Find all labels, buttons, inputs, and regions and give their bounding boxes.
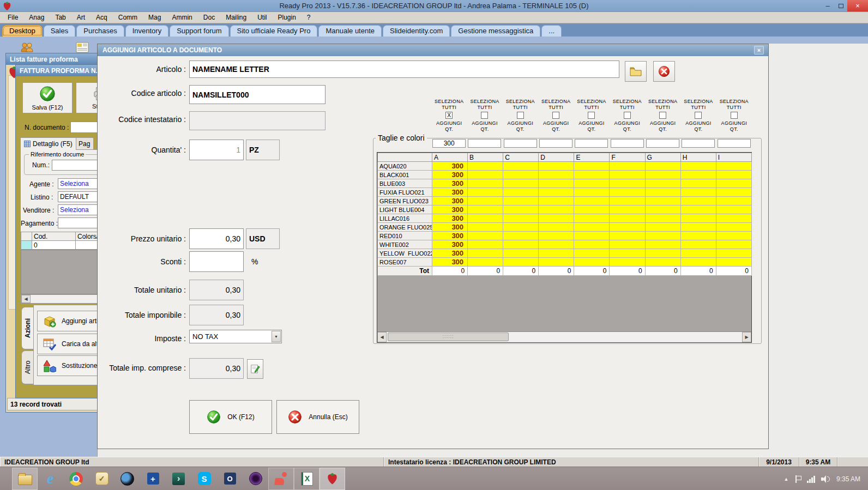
tab-azioni[interactable]: Azioni [21,307,34,349]
network-signal-icon[interactable] [807,475,815,483]
maximize-button[interactable] [834,1,847,11]
grid-cell[interactable]: 300 [432,197,468,205]
grid-cell[interactable] [680,171,716,179]
tab-sito-ufficiale-ready-pro[interactable]: Sito ufficiale Ready Pro [230,25,318,37]
grid-cell[interactable] [716,232,751,240]
grid-cell[interactable] [539,240,574,249]
grid-cell[interactable] [539,258,574,267]
aggiungi-qt-input[interactable] [468,139,501,148]
taglie-hscrollbar[interactable]: ◀ ▶ [377,331,751,342]
grid-cell[interactable] [716,171,751,179]
grid-cell[interactable] [468,232,503,240]
aggiungi-qt-input[interactable] [718,139,751,148]
grid-cell[interactable] [539,188,574,197]
grid-cell[interactable] [503,223,539,232]
combo-dropdown-arrow-icon[interactable]: ▼ [272,331,281,342]
grid-cell[interactable] [574,240,610,249]
grid-cell[interactable] [716,205,751,214]
menu-item-anag[interactable]: Anag [23,13,50,22]
aggiungi-qt-input[interactable]: 300 [432,139,466,148]
internet-explorer-icon[interactable]: e [38,468,63,490]
seleziona-tutti-checkbox[interactable] [552,112,559,119]
desktop-document-icon[interactable] [75,42,89,53]
grid-cell[interactable] [645,188,680,197]
grid-cell[interactable]: 300 [432,171,468,179]
grid-cell[interactable] [539,232,574,240]
aggiungi-qt-input[interactable] [575,139,608,148]
grid-cell[interactable] [574,223,610,232]
grid-cell[interactable] [610,249,645,258]
grid-cell[interactable]: 300 [432,249,468,258]
aggiungi-qt-input[interactable] [682,139,715,148]
red-person-app-icon[interactable] [268,468,294,490]
grid-cell[interactable] [503,249,539,258]
chrome-icon[interactable] [63,468,89,490]
grid-cell[interactable] [468,249,503,258]
grid-cell[interactable] [680,188,716,197]
ring-app-icon[interactable]: O [217,468,243,490]
grid-cell[interactable]: 300 [432,162,468,171]
minimize-button[interactable]: – [821,1,834,11]
grid-cell[interactable] [645,197,680,205]
grid-cell[interactable] [680,179,716,188]
grid-cell[interactable]: 300 [432,223,468,232]
sconti-field[interactable] [189,251,244,272]
grid-cell[interactable] [680,258,716,267]
seleziona-tutti-checkbox[interactable]: X [445,112,453,119]
menu-item-mag[interactable]: Mag [143,13,166,22]
grid-cell[interactable] [503,214,539,223]
grid-cell[interactable] [468,162,503,171]
arrow-app-icon[interactable]: › [166,468,191,490]
grid-cell[interactable] [716,197,751,205]
row-cod-cell[interactable]: 0 [32,241,76,250]
grid-cell[interactable] [716,240,751,249]
grid-cell[interactable] [503,162,539,171]
grid-cell[interactable] [716,223,751,232]
scroll-left-arrow-icon[interactable]: ◀ [21,295,31,303]
grid-cell[interactable] [645,249,680,258]
grid-cell[interactable] [574,197,610,205]
grid-cell[interactable] [468,205,503,214]
grid-cell[interactable] [610,205,645,214]
venditore-value[interactable]: Seleziona [60,206,89,214]
tray-clock[interactable]: 9:35 AM [836,475,860,483]
tab-altro[interactable]: Altro [21,350,34,384]
grid-cell[interactable] [610,171,645,179]
grid-cell[interactable] [680,205,716,214]
plus-app-icon[interactable]: + [140,468,166,490]
grid-cell[interactable] [645,223,680,232]
grid-cell[interactable] [503,205,539,214]
menu-item-art[interactable]: Art [71,13,91,22]
grid-cell[interactable] [680,249,716,258]
grid-cell[interactable] [610,240,645,249]
grid-cell[interactable]: 300 [432,214,468,223]
tab--[interactable]: ... [541,25,562,37]
seleziona-tutti-checkbox[interactable] [517,112,524,119]
tray-chevron-up-icon[interactable]: ▲ [784,476,789,482]
grid-cell[interactable] [539,249,574,258]
aggiungi-qt-input[interactable] [504,139,537,148]
tab-slideidentity-com[interactable]: Slideidentity.com [383,25,450,37]
menu-item-tab[interactable]: Tab [50,13,71,22]
taglie-scroll-thumb[interactable] [388,332,509,341]
grid-cell[interactable] [645,258,680,267]
tab-support-forum[interactable]: Support forum [170,25,228,37]
seleziona-tutti-checkbox[interactable] [659,112,666,119]
aggiungi-qt-input[interactable] [611,139,644,148]
seleziona-tutti-checkbox[interactable] [695,112,702,119]
volume-icon[interactable] [821,475,830,483]
media-player-icon[interactable] [114,468,140,490]
seleziona-tutti-checkbox[interactable] [588,112,595,119]
grid-cell[interactable] [539,205,574,214]
grid-cell[interactable] [716,258,751,267]
tab-purchases[interactable]: Purchases [76,25,124,37]
grid-cell[interactable] [503,188,539,197]
quantita-field[interactable]: 1 [189,140,244,160]
menu-item-util[interactable]: Util [252,13,272,22]
checkmark-app-icon[interactable]: ✓ [89,468,114,490]
grid-cell[interactable] [468,214,503,223]
grid-cell[interactable] [539,162,574,171]
grid-cell[interactable] [539,179,574,188]
grid-cell[interactable] [574,162,610,171]
grid-cell[interactable]: 300 [432,240,468,249]
